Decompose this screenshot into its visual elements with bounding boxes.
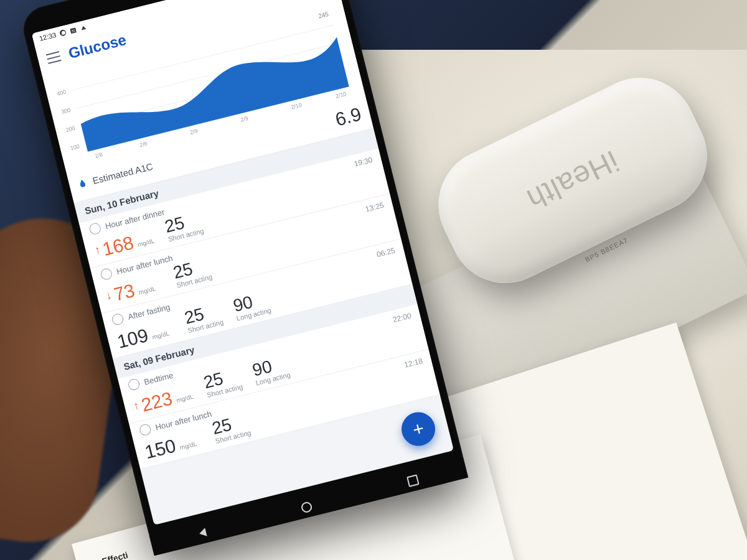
menu-button[interactable] — [46, 51, 62, 64]
glucose-unit: mg/dL — [151, 330, 170, 340]
arrow-down-icon: ↓ — [105, 289, 113, 302]
glucose-unit: mg/dL — [179, 441, 198, 451]
glucose-value: 168 — [101, 233, 136, 259]
meal-time-icon — [111, 312, 125, 326]
svg-text:2/8: 2/8 — [139, 140, 148, 148]
meal-time-icon — [138, 423, 152, 437]
meal-time-icon — [127, 378, 141, 391]
recents-button[interactable] — [406, 474, 420, 487]
ytick: 300 — [60, 107, 71, 115]
svg-text:2/10: 2/10 — [291, 102, 303, 111]
meal-time-icon — [100, 267, 113, 281]
arrow-up-icon: ↑ — [132, 399, 140, 412]
meal-time-icon — [88, 222, 102, 236]
paper2-heading: Effecti — [101, 550, 129, 560]
svg-text:2/9: 2/9 — [189, 128, 198, 136]
home-button[interactable] — [301, 500, 314, 513]
glucose-unit: mg/dL — [138, 285, 157, 296]
status-time: 12:33 — [39, 31, 57, 42]
photo-scene: iHealth BP5 B8EEA7 A COMPRE PATIENTS Dat… — [0, 0, 747, 560]
device-brand-label: iHealth — [522, 144, 624, 217]
glucose-value: 73 — [112, 281, 137, 304]
svg-text:2/8: 2/8 — [95, 151, 103, 159]
ytick: 200 — [65, 125, 76, 133]
a1c-value: 6.9 — [333, 103, 364, 130]
ytick: 400 — [56, 89, 67, 97]
arrow-up-icon: ↑ — [93, 244, 101, 256]
glucose-value: 150 — [143, 436, 178, 462]
glucose-unit: mg/dL — [137, 237, 156, 248]
glucose-value: 223 — [139, 389, 174, 414]
glucose-value: 109 — [115, 326, 150, 352]
svg-text:2/10: 2/10 — [335, 91, 347, 100]
glucose-unit: mg/dL — [176, 393, 194, 404]
glucose-reading: 150mg/dL — [143, 430, 204, 462]
a1c-label: Estimated A1C — [92, 161, 154, 185]
chart-max-label: 245 — [317, 11, 329, 20]
svg-text:2/9: 2/9 — [240, 115, 248, 123]
whatsapp-icon — [58, 29, 67, 38]
app-icon — [78, 23, 88, 32]
calendar-icon: 31 — [68, 26, 78, 35]
ytick: 100 — [70, 143, 80, 151]
drop-icon — [77, 177, 88, 190]
back-button[interactable] — [199, 528, 207, 538]
